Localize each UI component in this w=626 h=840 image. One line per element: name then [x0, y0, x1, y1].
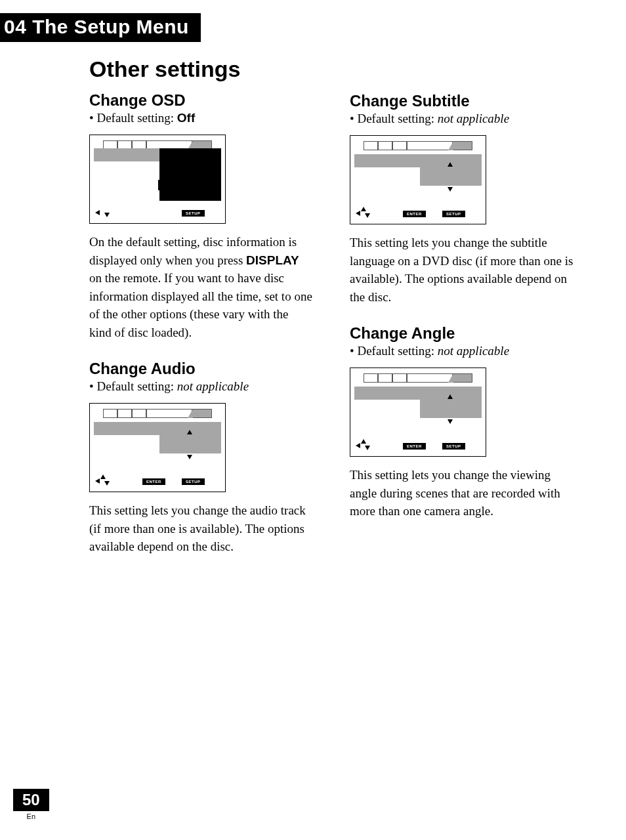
right-column: Change Subtitle • Default setting: not a…: [350, 56, 574, 574]
enter-button-label: ENTER: [142, 478, 165, 485]
page-footer: 50 En: [13, 789, 49, 820]
setup-button-label: SETUP: [442, 443, 465, 450]
diagram-angle: ENTER SETUP: [350, 368, 486, 457]
paragraph-osd: On the default setting, disc information…: [89, 233, 313, 341]
left-column: Other settings Change OSD • Default sett…: [89, 56, 313, 574]
paragraph-angle: This setting lets you change the viewing…: [350, 466, 574, 520]
setup-button-label: SETUP: [442, 211, 465, 217]
paragraph-audio: This setting lets you change the audio t…: [89, 501, 313, 556]
heading-change-osd: Change OSD: [89, 91, 313, 110]
default-setting-angle: • Default setting: not applicable: [350, 344, 574, 358]
enter-button-label: ENTER: [403, 443, 426, 450]
diagram-subtitle: ENTER SETUP: [350, 135, 486, 224]
enter-button-label: ENTER: [403, 211, 426, 217]
page-language: En: [13, 812, 49, 820]
nav-arrows-icon: [95, 474, 108, 486]
heading-change-angle: Change Angle: [350, 324, 574, 343]
chapter-header: 04 The Setup Menu: [0, 13, 201, 42]
setup-button-label: SETUP: [182, 210, 205, 217]
section-title: Other settings: [89, 56, 313, 82]
diagram-audio: ENTER SETUP: [89, 403, 226, 492]
nav-arrows-icon: [95, 206, 108, 218]
nav-arrows-icon: [356, 207, 369, 219]
setup-button-label: SETUP: [182, 478, 205, 485]
paragraph-subtitle: This setting lets you change the subtitl…: [350, 234, 574, 306]
heading-change-subtitle: Change Subtitle: [350, 92, 574, 110]
heading-change-audio: Change Audio: [89, 360, 313, 378]
default-setting-subtitle: • Default setting: not applicable: [350, 112, 574, 126]
default-setting-audio: • Default setting: not applicable: [89, 379, 313, 394]
nav-arrows-icon: [356, 439, 369, 451]
default-setting-osd: • Default setting: Off: [89, 111, 313, 125]
diagram-osd: SETUP: [89, 135, 226, 224]
page-number: 50: [13, 789, 49, 811]
